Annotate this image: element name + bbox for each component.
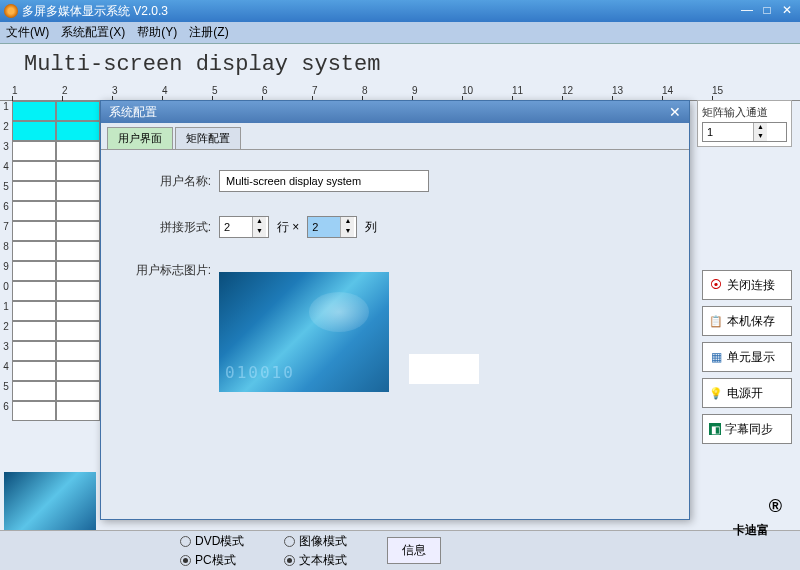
- grid-row-number: 1: [0, 101, 12, 121]
- unit-display-button[interactable]: ▦ 单元显示: [702, 342, 792, 372]
- radio-image-mode[interactable]: 图像模式: [284, 533, 347, 550]
- grid-cell[interactable]: [12, 341, 56, 361]
- matrix-input-panel: 矩阵输入通道 ▲▼: [697, 100, 792, 147]
- menu-file[interactable]: 文件(W): [6, 24, 49, 41]
- grid-cell[interactable]: [12, 181, 56, 201]
- matrix-channel-value[interactable]: [703, 123, 753, 141]
- grid-cell[interactable]: [12, 161, 56, 181]
- grid-cell[interactable]: [12, 301, 56, 321]
- spinner-up-icon[interactable]: ▲: [341, 217, 354, 227]
- spinner-down-icon[interactable]: ▼: [754, 132, 767, 141]
- username-field[interactable]: [219, 170, 429, 192]
- grid-cell[interactable]: [12, 401, 56, 421]
- grid-row-number: 1: [0, 301, 12, 321]
- ruler-tick: 8: [362, 85, 368, 96]
- grid-cell[interactable]: [56, 401, 100, 421]
- grid-row-number: 6: [0, 401, 12, 421]
- grid-cell[interactable]: [56, 381, 100, 401]
- grid-cell[interactable]: [12, 241, 56, 261]
- app-icon: [4, 4, 18, 18]
- radio-pc-mode[interactable]: PC模式: [180, 552, 244, 569]
- grid-cell[interactable]: [12, 281, 56, 301]
- logo-label: 用户标志图片:: [131, 262, 211, 279]
- menu-help[interactable]: 帮助(Y): [137, 24, 177, 41]
- logo-placeholder[interactable]: [409, 354, 479, 384]
- grid-cell[interactable]: [56, 261, 100, 281]
- sync-icon: ◧: [709, 423, 721, 435]
- local-save-button[interactable]: 📋 本机保存: [702, 306, 792, 336]
- dialog-close-icon[interactable]: ✕: [669, 104, 681, 120]
- grid-row-number: 3: [0, 341, 12, 361]
- splice-form-label: 拼接形式:: [131, 219, 211, 236]
- rows-value[interactable]: [220, 217, 252, 237]
- minimize-button[interactable]: —: [738, 4, 756, 18]
- window-titlebar: 多屏多媒体显示系统 V2.0.3 — □ ✕: [0, 0, 800, 22]
- grid-cell[interactable]: [12, 101, 56, 121]
- tab-matrix-config[interactable]: 矩阵配置: [175, 127, 241, 149]
- grid-cell[interactable]: [12, 201, 56, 221]
- menu-register[interactable]: 注册(Z): [189, 24, 228, 41]
- ruler-tick: 2: [62, 85, 68, 96]
- screen-grid: 1234567890123456: [0, 101, 100, 531]
- grid-cell[interactable]: [12, 361, 56, 381]
- grid-cell[interactable]: [56, 241, 100, 261]
- matrix-channel-spinner[interactable]: ▲▼: [702, 122, 787, 142]
- grid-cell[interactable]: [56, 281, 100, 301]
- bottom-toolbar: DVD模式 PC模式 图像模式 文本模式 信息: [0, 530, 800, 570]
- grid-cell[interactable]: [12, 221, 56, 241]
- cols-spinner[interactable]: ▲▼: [307, 216, 357, 238]
- close-connection-button[interactable]: ⦿ 关闭连接: [702, 270, 792, 300]
- window-title: 多屏多媒体显示系统 V2.0.3: [22, 3, 738, 20]
- horizontal-ruler: 123456789101112131415: [0, 85, 800, 101]
- grid-cell[interactable]: [56, 181, 100, 201]
- maximize-button[interactable]: □: [758, 4, 776, 18]
- system-config-dialog: 系统配置 ✕ 用户界面 矩阵配置 用户名称: 拼接形式: ▲▼ 行 × ▲▼ 列…: [100, 100, 690, 520]
- spinner-down-icon[interactable]: ▼: [341, 227, 354, 237]
- grid-row-number: 7: [0, 221, 12, 241]
- ruler-tick: 15: [712, 85, 723, 96]
- radio-text-mode[interactable]: 文本模式: [284, 552, 347, 569]
- grid-cell[interactable]: [56, 301, 100, 321]
- grid-cell[interactable]: [12, 141, 56, 161]
- grid-cell[interactable]: [56, 341, 100, 361]
- radio-dvd-mode[interactable]: DVD模式: [180, 533, 244, 550]
- dialog-titlebar[interactable]: 系统配置 ✕: [101, 101, 689, 123]
- info-button[interactable]: 信息: [387, 537, 441, 564]
- grid-row-number: 4: [0, 161, 12, 181]
- grid-cell[interactable]: [56, 161, 100, 181]
- subtitle-sync-button[interactable]: ◧ 字幕同步: [702, 414, 792, 444]
- grid-cell[interactable]: [56, 121, 100, 141]
- grid-cell[interactable]: [12, 121, 56, 141]
- ruler-tick: 13: [612, 85, 623, 96]
- grid-cell[interactable]: [12, 381, 56, 401]
- spinner-down-icon[interactable]: ▼: [253, 227, 266, 237]
- grid-cell[interactable]: [56, 221, 100, 241]
- grid-row-number: 9: [0, 261, 12, 281]
- ruler-tick: 10: [462, 85, 473, 96]
- page-title: Multi-screen display system: [0, 44, 800, 85]
- spinner-up-icon[interactable]: ▲: [754, 123, 767, 132]
- tab-user-interface[interactable]: 用户界面: [107, 127, 173, 149]
- power-on-button[interactable]: 💡 电源开: [702, 378, 792, 408]
- rows-spinner[interactable]: ▲▼: [219, 216, 269, 238]
- close-button[interactable]: ✕: [778, 4, 796, 18]
- grid-row-number: 3: [0, 141, 12, 161]
- grid-cell[interactable]: [12, 321, 56, 341]
- grid-row-number: 2: [0, 321, 12, 341]
- grid-cell[interactable]: [56, 361, 100, 381]
- spinner-up-icon[interactable]: ▲: [253, 217, 266, 227]
- ruler-tick: 14: [662, 85, 673, 96]
- grid-cell[interactable]: [56, 201, 100, 221]
- grid-cell[interactable]: [56, 101, 100, 121]
- grid-cell[interactable]: [12, 261, 56, 281]
- cols-value[interactable]: [308, 217, 340, 237]
- thumbnail-preview: [4, 472, 96, 530]
- grid-cell[interactable]: [56, 321, 100, 341]
- close-connection-icon: ⦿: [709, 278, 723, 292]
- grid-cell[interactable]: [56, 141, 100, 161]
- bulb-icon: 💡: [709, 386, 723, 400]
- menu-config[interactable]: 系统配置(X): [61, 24, 125, 41]
- ruler-tick: 5: [212, 85, 218, 96]
- menubar: 文件(W) 系统配置(X) 帮助(Y) 注册(Z): [0, 22, 800, 44]
- ruler-tick: 6: [262, 85, 268, 96]
